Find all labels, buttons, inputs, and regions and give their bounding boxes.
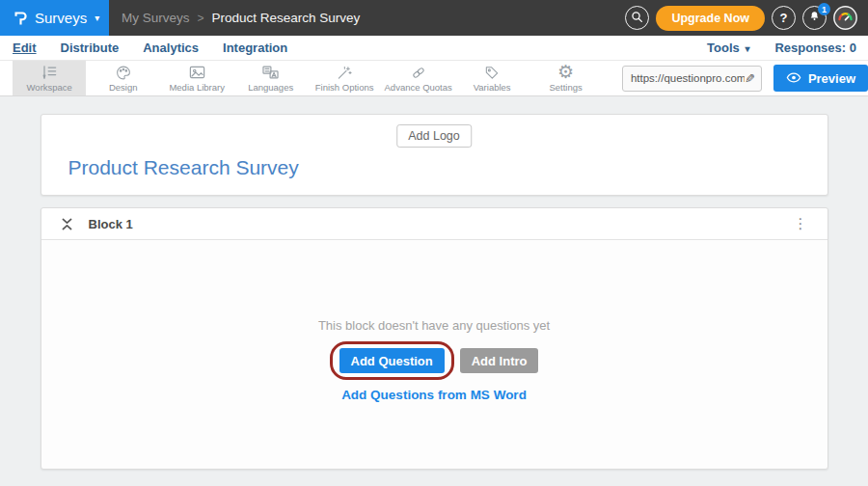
topbar-actions: Upgrade Now ? 1 — [625, 0, 857, 36]
advance-quotas-icon — [410, 64, 427, 81]
empty-block-message: This block doesn't have any questions ye… — [41, 318, 827, 333]
add-intro-button[interactable]: Add Intro — [460, 348, 539, 373]
breadcrumb-separator: > — [198, 12, 204, 25]
toolbar-label: Finish Options — [315, 82, 374, 93]
survey-url-input[interactable] — [631, 72, 745, 84]
toolbar-item-settings[interactable]: ⚙ Settings — [529, 61, 602, 95]
toolbar-label: Variables — [474, 82, 511, 93]
add-logo-button[interactable]: Add Logo — [396, 124, 472, 148]
breadcrumb-my-surveys[interactable]: My Surveys — [122, 11, 190, 25]
block-menu-kebab-icon[interactable]: ⋮ — [790, 215, 812, 232]
block-card: Block 1 ⋮ This block doesn't have any qu… — [41, 207, 828, 470]
add-questions-from-ms-word-link[interactable]: Add Questions from MS Word — [341, 388, 527, 402]
search-icon — [631, 10, 643, 27]
tab-edit[interactable]: Edit — [12, 39, 38, 57]
variables-icon — [483, 64, 501, 81]
tab-analytics[interactable]: Analytics — [142, 39, 200, 57]
notification-badge: 1 — [818, 3, 830, 15]
breadcrumb: My Surveys > Product Research Survey — [122, 11, 360, 25]
collapse-block-icon[interactable] — [62, 218, 72, 230]
add-question-button[interactable]: Add Question — [339, 348, 445, 373]
block-header: Block 1 ⋮ — [41, 208, 827, 240]
tab-integration[interactable]: Integration — [222, 39, 288, 57]
design-icon — [115, 64, 132, 81]
help-icon: ? — [780, 11, 788, 25]
gauge-avatar-icon — [833, 6, 857, 30]
survey-title-card: Add Logo Product Research Survey — [41, 114, 828, 196]
survey-url-field[interactable]: ✎ — [622, 66, 762, 92]
edit-url-pencil-icon[interactable]: ✎ — [745, 71, 755, 86]
caret-down-icon: ▾ — [95, 13, 99, 23]
caret-down-icon: ▾ — [745, 43, 749, 54]
toolbar-item-advance-quotas[interactable]: Advance Quotas — [381, 61, 454, 95]
toolbar-item-languages[interactable]: Languages — [233, 61, 307, 95]
app-menu-label: Surveys — [35, 10, 87, 26]
media-library-icon — [188, 64, 206, 81]
toolbar-item-media-library[interactable]: Media Library — [160, 61, 233, 95]
questionpro-logo-icon — [13, 8, 29, 28]
block-empty-state: This block doesn't have any questions ye… — [41, 240, 827, 403]
block-actions-row: Add Question Add Intro — [41, 341, 827, 380]
toolbar-label: Workspace — [27, 82, 72, 93]
toolbar-label: Settings — [549, 82, 582, 93]
toolbar-label: Advance Quotas — [385, 82, 452, 93]
preview-button[interactable]: Preview — [773, 65, 868, 92]
survey-editor-canvas: Add Logo Product Research Survey Block 1… — [0, 96, 868, 470]
survey-url-group: ✎ Preview — [622, 61, 868, 95]
survey-nav: Edit Distribute Analytics Integration To… — [0, 36, 868, 60]
toolbar-label: Media Library — [169, 82, 225, 93]
top-bar: Surveys ▾ My Surveys > Product Research … — [0, 0, 868, 36]
eye-icon — [786, 71, 801, 86]
upgrade-now-button[interactable]: Upgrade Now — [656, 6, 765, 31]
breadcrumb-current-survey: Product Research Survey — [212, 11, 361, 25]
edit-toolbar: Workspace Design Media Library Languages… — [0, 60, 868, 96]
toolbar-item-workspace[interactable]: Workspace — [13, 61, 86, 95]
help-button[interactable]: ? — [772, 6, 796, 30]
toolbar-item-variables[interactable]: Variables — [455, 61, 529, 95]
toolbar-item-finish-options[interactable]: Finish Options — [308, 61, 381, 95]
tools-menu[interactable]: Tools ▾ — [707, 40, 749, 55]
responses-count: Responses: 0 — [774, 40, 856, 55]
languages-icon — [261, 64, 280, 81]
toolbar-label: Design — [109, 82, 138, 93]
toolbar-label: Languages — [248, 82, 293, 93]
block-title[interactable]: Block 1 — [89, 217, 133, 231]
preview-label: Preview — [808, 71, 855, 86]
nav-right: Tools ▾ Responses: 0 — [707, 40, 856, 55]
tools-label: Tools — [707, 40, 740, 55]
finish-options-icon — [336, 64, 353, 81]
search-button[interactable] — [625, 6, 649, 30]
toolbar-item-design[interactable]: Design — [86, 61, 159, 95]
red-highlight-annotation: Add Question — [330, 341, 454, 380]
survey-title[interactable]: Product Research Survey — [68, 156, 299, 179]
workspace-icon — [40, 64, 59, 81]
app-menu[interactable]: Surveys ▾ — [0, 0, 109, 36]
avatar[interactable] — [833, 6, 857, 30]
settings-gear-icon: ⚙ — [557, 64, 574, 81]
tab-distribute[interactable]: Distribute — [60, 39, 121, 57]
notifications-button[interactable]: 1 — [802, 6, 827, 30]
